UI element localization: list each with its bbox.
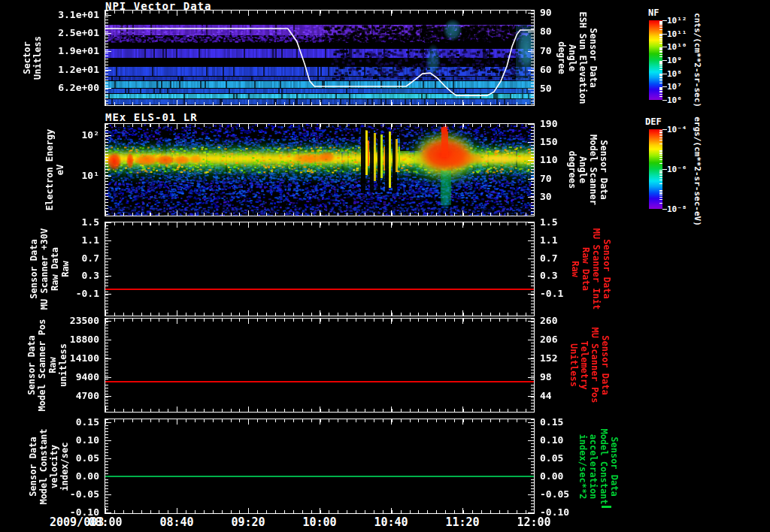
y-minor-ticks-left <box>105 222 108 316</box>
x-major-tick <box>177 319 177 324</box>
y-tick-label: 0.15 <box>51 416 99 428</box>
colorbar-minor-tick <box>659 54 662 55</box>
x-major-tick <box>534 508 535 513</box>
colorbar-minor-tick <box>659 35 662 35</box>
y-minor-ticks-right <box>531 419 534 513</box>
x-major-tick <box>105 210 106 216</box>
colorbar-minor-tick <box>659 175 662 176</box>
colorbar-tick-label: 10¹¹ <box>667 30 687 39</box>
x-major-tick <box>177 419 177 425</box>
x-major-tick <box>534 407 535 412</box>
x-tick-label: 08:40 <box>159 515 193 529</box>
y-tick-label: 0.15 <box>540 416 594 428</box>
colorbar-minor-tick <box>659 151 662 152</box>
colorbar-minor-tick <box>659 144 662 144</box>
y-minor-ticks-left <box>105 319 108 412</box>
y-tick-label: 2.5e+01 <box>51 27 99 39</box>
colorbar-minor-tick <box>659 50 662 50</box>
y-major-tick <box>528 160 534 161</box>
x-major-tick <box>177 508 177 513</box>
x-major-tick <box>462 407 463 412</box>
axis-label-els-left: Electron EnergyeV <box>44 129 65 210</box>
colorbar-minor-tick <box>659 195 662 195</box>
x-major-tick <box>320 210 320 216</box>
y-major-tick <box>528 294 534 295</box>
colorbar-nf-title: NF <box>648 8 659 18</box>
axis-label-mu-scanner-30v-left: Sensor DataMU Scanner +30VRaw DataRaw <box>29 228 71 310</box>
y-tick-label: 1.2e+01 <box>51 64 99 76</box>
colorbar-minor-tick <box>659 41 662 41</box>
y-major-tick <box>105 294 111 295</box>
colorbar-minor-tick <box>659 155 662 156</box>
colorbar-tick-label: 10⁶ <box>667 96 682 105</box>
x-major-tick <box>462 124 463 129</box>
x-major-tick <box>462 100 463 105</box>
x-major-tick <box>248 11 249 16</box>
colorbar-tick-label: 10⁻⁸ <box>667 205 687 214</box>
y-major-tick <box>105 422 111 423</box>
colorbar-minor-tick <box>659 150 662 151</box>
colorbar-minor-tick <box>659 56 662 57</box>
colorbar-minor-tick <box>659 48 662 49</box>
colorbar-tick-label: 10¹⁰ <box>667 43 687 52</box>
axis-label-line: index/sec**2 <box>578 428 588 504</box>
x-major-tick <box>534 11 535 16</box>
colorbar-tick-label: 10⁸ <box>667 70 682 79</box>
x-tick-label: 12:00 <box>517 515 550 529</box>
x-major-tick <box>177 210 177 216</box>
colorbar-minor-tick <box>659 177 662 178</box>
y-major-tick <box>105 88 111 89</box>
y-tick-label: 190 <box>540 118 594 130</box>
y-major-tick <box>528 258 534 259</box>
y-major-tick <box>105 396 111 397</box>
y-major-tick <box>528 458 534 459</box>
y-major-tick <box>528 321 534 322</box>
x-major-tick <box>391 319 392 324</box>
colorbar-tick-label: 10⁻⁶ <box>667 165 687 174</box>
x-tick-label: 11:20 <box>445 515 479 529</box>
x-major-tick <box>177 11 177 16</box>
y-major-tick <box>528 51 534 52</box>
x-major-tick <box>391 407 392 412</box>
axis-label-line: Sensor Data <box>600 327 611 403</box>
x-major-tick <box>462 310 463 316</box>
panel-frame-mu-scanner-30v <box>105 222 535 316</box>
axis-label-line: MU Scanner +30V <box>39 228 50 310</box>
x-major-tick <box>462 11 463 16</box>
axis-label-line: acceleration <box>588 428 599 504</box>
colorbar-minor-tick <box>659 87 662 88</box>
panel-els-title: MEx ELS-01 LR <box>105 111 198 123</box>
x-major-tick <box>320 419 320 425</box>
colorbar-minor-tick <box>659 132 662 133</box>
y-major-tick <box>105 340 111 340</box>
y-major-tick <box>528 240 534 241</box>
x-major-tick <box>177 222 177 228</box>
panel-frame-model-scanner-pos <box>105 318 535 413</box>
colorbar-minor-tick <box>659 197 662 198</box>
x-major-tick <box>391 310 392 316</box>
x-major-tick <box>534 222 535 228</box>
y-minor-ticks-right <box>531 11 534 105</box>
axis-label-line: index/sec <box>59 428 70 504</box>
colorbar-minor-tick <box>659 49 662 50</box>
colorbar-minor-tick <box>659 29 662 30</box>
x-tick-label: 08:00 <box>88 515 122 529</box>
y-major-tick <box>105 440 111 441</box>
y-minor-ticks-left <box>105 419 108 513</box>
colorbar-tick-label: 10⁷ <box>667 83 682 92</box>
x-major-tick <box>391 124 392 129</box>
x-major-tick <box>320 508 320 513</box>
x-major-tick <box>462 419 463 425</box>
y-major-tick <box>528 142 534 143</box>
colorbar-minor-tick <box>659 62 662 63</box>
y-major-tick <box>105 135 111 136</box>
x-major-tick <box>391 508 392 513</box>
axis-label-line: Sensor Data <box>588 12 599 104</box>
panel-frame-npi <box>105 10 535 106</box>
x-major-tick <box>462 222 463 228</box>
colorbar-def-unit: ergs/(cm**2-sr-sec-eV) <box>693 116 702 226</box>
colorbar-tick-label: 10⁻⁴ <box>667 125 687 135</box>
plot-stage: NPI Vector Data MEx ELS-01 LR NF cnts/(c… <box>0 0 770 532</box>
axis-label-line: Raw Data <box>50 228 60 310</box>
x-major-tick <box>105 222 106 228</box>
